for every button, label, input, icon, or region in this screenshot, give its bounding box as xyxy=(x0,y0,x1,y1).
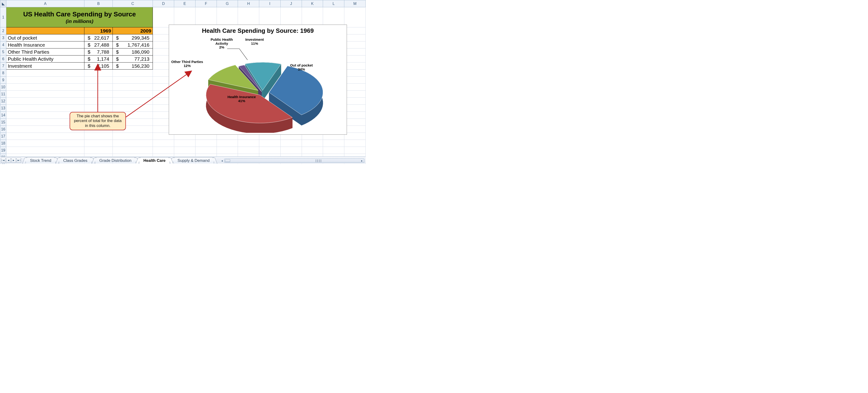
cell[interactable] xyxy=(323,147,344,154)
cell[interactable] xyxy=(6,140,84,147)
grid-row[interactable]: 1US Health Care Spending by Source(in mi… xyxy=(0,7,366,27)
cell[interactable] xyxy=(113,91,153,98)
cell[interactable] xyxy=(344,27,366,34)
col-header[interactable]: F xyxy=(195,0,217,7)
value-2009[interactable]: $77,213 xyxy=(113,56,153,63)
cell[interactable] xyxy=(344,76,366,84)
cell[interactable] xyxy=(84,76,113,84)
cell[interactable] xyxy=(113,105,153,112)
cell[interactable] xyxy=(6,147,84,154)
cell[interactable] xyxy=(113,98,153,105)
col-header[interactable]: B xyxy=(84,0,113,7)
cell[interactable] xyxy=(344,41,366,48)
sheet-tab[interactable]: Stock Trend xyxy=(26,157,56,163)
cell[interactable] xyxy=(344,126,366,133)
cell[interactable] xyxy=(302,7,323,27)
cell[interactable] xyxy=(323,140,344,147)
col-header[interactable]: A xyxy=(6,0,84,7)
value-1969[interactable]: $22,617 xyxy=(84,34,113,41)
grid-row[interactable]: 19 xyxy=(0,147,366,154)
col-header[interactable]: M xyxy=(344,0,366,7)
cell[interactable] xyxy=(344,34,366,41)
cell[interactable] xyxy=(113,133,153,140)
value-2009[interactable]: $156,230 xyxy=(113,63,153,70)
col-header[interactable]: C xyxy=(113,0,153,7)
col-header[interactable]: H xyxy=(238,0,259,7)
row-header[interactable]: 2 xyxy=(0,27,6,34)
col-header[interactable]: D xyxy=(153,0,174,7)
cell[interactable] xyxy=(113,76,153,84)
value-1969[interactable]: $7,788 xyxy=(84,48,113,56)
cell[interactable] xyxy=(195,140,217,147)
cell[interactable] xyxy=(259,147,281,154)
tab-nav-first[interactable]: I◄ xyxy=(1,158,6,163)
category-label[interactable]: Investment xyxy=(6,63,84,70)
cell[interactable] xyxy=(238,147,259,154)
row-header[interactable]: 10 xyxy=(0,84,6,91)
cell[interactable] xyxy=(344,91,366,98)
cell[interactable] xyxy=(84,70,113,76)
cell[interactable] xyxy=(302,147,323,154)
cell[interactable] xyxy=(6,76,84,84)
cell[interactable] xyxy=(323,7,344,27)
row-header[interactable]: 16 xyxy=(0,126,6,133)
row-header[interactable]: 5 xyxy=(0,48,6,56)
cell[interactable] xyxy=(259,7,281,27)
col-header[interactable]: I xyxy=(259,0,281,7)
cell[interactable] xyxy=(217,140,238,147)
cell[interactable] xyxy=(174,147,195,154)
cell[interactable] xyxy=(195,147,217,154)
cell[interactable] xyxy=(113,140,153,147)
category-label[interactable]: Other Third Parties xyxy=(6,48,84,56)
select-all-corner[interactable]: ◣ xyxy=(0,0,6,7)
tab-nav-next[interactable]: ► xyxy=(11,158,16,163)
row-header[interactable]: 18 xyxy=(0,140,6,147)
cell[interactable] xyxy=(84,140,113,147)
cell[interactable] xyxy=(153,140,174,147)
cell[interactable] xyxy=(344,63,366,70)
cell[interactable] xyxy=(113,84,153,91)
cell[interactable] xyxy=(280,7,302,27)
cell[interactable] xyxy=(344,98,366,105)
cell[interactable] xyxy=(174,7,195,27)
value-2009[interactable]: $186,090 xyxy=(113,48,153,56)
cell[interactable] xyxy=(259,140,281,147)
table-title-cell[interactable]: US Health Care Spending by Source(in mil… xyxy=(6,7,153,27)
cell[interactable] xyxy=(84,84,113,91)
cell[interactable] xyxy=(84,105,113,112)
cell[interactable] xyxy=(217,147,238,154)
cell[interactable] xyxy=(344,70,366,76)
year2-header[interactable]: 2009 xyxy=(113,27,153,34)
cell[interactable] xyxy=(344,105,366,112)
scroll-thumb[interactable] xyxy=(225,159,230,162)
grid-row[interactable]: 18 xyxy=(0,140,366,147)
row-header[interactable]: 1 xyxy=(0,7,6,27)
year1-header[interactable]: 1969 xyxy=(84,27,113,34)
value-2009[interactable]: $299,345 xyxy=(113,34,153,41)
row-header[interactable]: 4 xyxy=(0,41,6,48)
sheet-tab[interactable]: Health Care xyxy=(139,157,170,163)
value-1969[interactable]: $7,105 xyxy=(84,63,113,70)
cell[interactable] xyxy=(238,7,259,27)
cell[interactable] xyxy=(6,98,84,105)
tab-nav-last[interactable]: ►I xyxy=(17,158,21,163)
column-header-row[interactable]: ◣ A B C D E F G H I J K L M xyxy=(0,0,366,7)
col-header[interactable]: E xyxy=(174,0,195,7)
row-header[interactable]: 17 xyxy=(0,133,6,140)
cell[interactable] xyxy=(6,133,84,140)
cell[interactable] xyxy=(344,7,366,27)
cell[interactable] xyxy=(84,133,113,140)
value-1969[interactable]: $27,488 xyxy=(84,41,113,48)
cell[interactable] xyxy=(238,140,259,147)
row-header[interactable]: 13 xyxy=(0,105,6,112)
scroll-left-button[interactable]: ◄ xyxy=(220,159,224,162)
tab-nav-prev[interactable]: ◄ xyxy=(6,158,11,163)
row-header[interactable]: 12 xyxy=(0,98,6,105)
row-header[interactable]: 3 xyxy=(0,34,6,41)
cell[interactable] xyxy=(195,7,217,27)
cell[interactable] xyxy=(153,7,174,27)
cell[interactable] xyxy=(6,70,84,76)
cell[interactable] xyxy=(153,147,174,154)
cell[interactable] xyxy=(217,7,238,27)
cell[interactable] xyxy=(113,147,153,154)
